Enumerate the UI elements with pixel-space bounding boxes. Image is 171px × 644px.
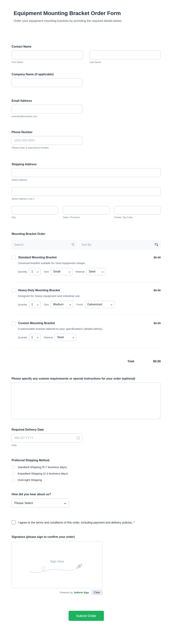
- product-price: $0.00: [153, 321, 161, 325]
- pen-icon: [74, 562, 83, 572]
- chevron-down-icon: [37, 270, 39, 273]
- material-select[interactable]: Steel: [86, 268, 106, 275]
- page-title: Equipment Mounting Bracket Order Form: [14, 10, 161, 16]
- quantity-select[interactable]: 1: [29, 334, 41, 341]
- product-checkbox[interactable]: [12, 288, 16, 292]
- product-price: $0.00: [153, 288, 161, 292]
- size-label: Size: [44, 270, 49, 273]
- question-shipping-method: Preferred Shipping Method Standard Shipp…: [12, 458, 161, 482]
- calendar-icon[interactable]: [76, 436, 80, 440]
- first-name-sublabel: First Name: [12, 60, 83, 64]
- size-select[interactable]: Medium: [51, 301, 73, 308]
- jotform-sign-brand: Jotform Sign: [74, 591, 89, 594]
- signature-label: Signature (please sign to confirm your o…: [12, 535, 161, 539]
- quantity-select[interactable]: 1: [29, 268, 41, 275]
- product-row-standard: Standard Mounting Bracket $0.00 Universa…: [12, 249, 161, 282]
- total-label: Total: [127, 360, 134, 363]
- city-sublabel: City: [12, 216, 58, 219]
- size-label: Size: [44, 303, 49, 306]
- finish-select[interactable]: Galvanized: [85, 301, 114, 308]
- company-name-label: Company Name (if applicable): [12, 72, 161, 76]
- radio-label: Overnight Shipping: [18, 478, 42, 482]
- question-phone: Phone Number Please enter a valid phone …: [12, 130, 161, 150]
- powered-by-text: Powered by: [60, 591, 73, 594]
- chevron-down-icon: [69, 270, 70, 273]
- radio-option-expedited[interactable]: Expedited Shipping (2-3 business days): [12, 472, 161, 475]
- size-select[interactable]: Small: [51, 268, 72, 275]
- product-description: Designed for heavy equipment and industr…: [18, 294, 161, 298]
- product-name: Standard Mounting Bracket: [18, 256, 57, 260]
- question-signature: Signature (please sign to confirm your o…: [12, 535, 161, 595]
- last-name-sublabel: Last Name: [90, 60, 161, 64]
- city-input[interactable]: [12, 206, 58, 214]
- email-label: Email Address: [12, 99, 161, 103]
- chevron-down-icon: [69, 303, 71, 306]
- question-referral: How did you hear about us? Please Select: [12, 492, 161, 508]
- email-sublabel: example@example.com: [12, 115, 161, 118]
- radio-icon[interactable]: [12, 478, 15, 482]
- radio-label: Expedited Shipping (2-3 business days): [18, 472, 68, 475]
- chevron-down-icon: [64, 501, 66, 505]
- order-form: Equipment Mounting Bracket Order Form Or…: [0, 0, 171, 630]
- quantity-label: Quantity: [18, 303, 27, 306]
- product-price: $0.00: [153, 256, 161, 260]
- zip-sublabel: Postal / Zip Code: [114, 216, 161, 219]
- chevron-down-icon: [102, 270, 103, 273]
- page-subtitle: Order your equipment mounting brackets b…: [14, 19, 161, 23]
- product-list-label: Mounting Bracket Order: [12, 232, 161, 236]
- special-instructions-label: Please specify any custom requirements o…: [12, 377, 151, 381]
- product-sort-dropdown[interactable]: Sort By: [79, 240, 161, 249]
- first-name-input[interactable]: [12, 50, 83, 59]
- question-company-name: Company Name (if applicable): [12, 72, 161, 87]
- question-special-instructions: Please specify any custom requirements o…: [12, 377, 161, 419]
- street-address2-input[interactable]: [12, 187, 161, 196]
- street-address2-sublabel: Street Address Line 2: [12, 197, 161, 200]
- product-name: Heavy-Duty Mounting Bracket: [18, 288, 60, 292]
- signature-squiggle-icon: [29, 564, 75, 574]
- quantity-select[interactable]: 1: [29, 301, 41, 308]
- submit-order-button[interactable]: Submit Order: [69, 611, 104, 621]
- product-description: Customizable bracket tailored to your sp…: [18, 327, 161, 331]
- material-label: Material: [44, 336, 53, 339]
- state-input[interactable]: [63, 206, 109, 214]
- product-search-input[interactable]: [14, 243, 71, 246]
- clear-signature-button[interactable]: Clear: [92, 590, 102, 595]
- agreement-checkbox[interactable]: [12, 520, 16, 524]
- signature-pad[interactable]: Sign Here: [12, 541, 102, 588]
- zip-input[interactable]: [114, 206, 161, 214]
- chevron-down-icon: [72, 336, 74, 339]
- product-checkbox[interactable]: [12, 321, 16, 326]
- referral-select[interactable]: Please Select: [12, 498, 69, 508]
- special-instructions-textarea[interactable]: [12, 382, 161, 419]
- phone-input[interactable]: [12, 136, 82, 145]
- product-search[interactable]: [12, 240, 77, 249]
- product-row-heavy-duty: Heavy-Duty Mounting Bracket $0.00 Design…: [12, 282, 161, 315]
- product-checkbox[interactable]: [12, 256, 16, 260]
- last-name-input[interactable]: [90, 50, 161, 59]
- state-sublabel: State / Province: [63, 216, 109, 219]
- radio-icon[interactable]: [12, 465, 15, 469]
- required-asterisk: *: [133, 521, 135, 524]
- radio-icon[interactable]: [12, 472, 15, 475]
- question-email: Email Address example@example.com: [12, 99, 161, 118]
- street-address-input[interactable]: [12, 168, 161, 177]
- radio-option-standard[interactable]: Standard Shipping (5-7 business days): [12, 465, 161, 469]
- product-description: Universal bracket suitable for most equi…: [18, 261, 161, 265]
- contact-name-label: Contact Name: [12, 44, 161, 49]
- agreement-text: I agree to the terms and conditions of t…: [18, 521, 133, 524]
- company-name-input[interactable]: [12, 78, 82, 87]
- total-value: $0.00: [150, 360, 161, 363]
- material-select[interactable]: Steel: [55, 334, 76, 341]
- chevron-down-icon: [37, 303, 39, 306]
- sort-icon: [155, 243, 158, 247]
- question-agreement: I agree to the terms and conditions of t…: [12, 520, 161, 525]
- phone-sublabel: Please enter a valid phone number.: [12, 146, 161, 150]
- email-input[interactable]: [12, 105, 82, 114]
- radio-option-overnight[interactable]: Overnight Shipping: [12, 478, 161, 482]
- chevron-down-icon: [110, 303, 112, 306]
- quantity-label: Quantity: [18, 336, 27, 339]
- phone-label: Phone Number: [12, 130, 161, 134]
- question-contact-name: Contact Name First Name Last Name: [12, 44, 161, 64]
- shipping-address-label: Shipping Address: [12, 162, 161, 166]
- delivery-date-input[interactable]: [12, 434, 82, 442]
